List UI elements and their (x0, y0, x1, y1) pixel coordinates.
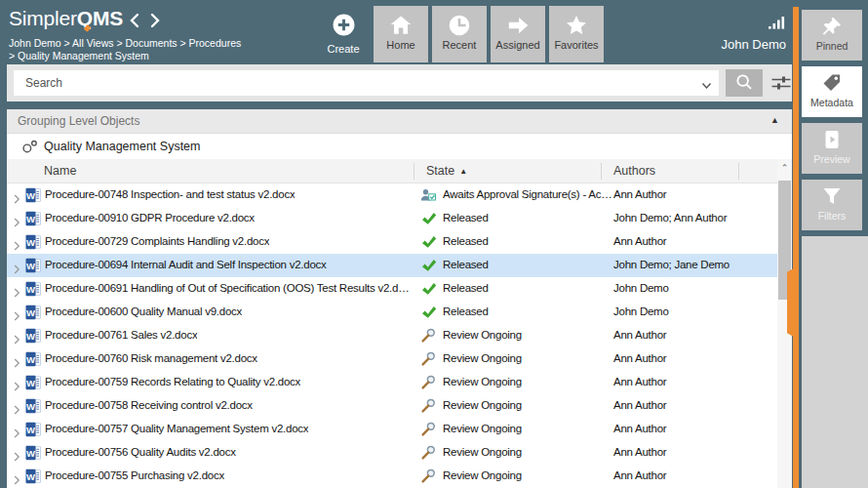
svg-text:W: W (26, 378, 35, 388)
table-row[interactable]: W Procedure-00691 Handling of Out of Spe… (7, 277, 777, 301)
word-document-icon: W (25, 375, 41, 394)
search-button[interactable] (726, 69, 763, 97)
splitter-drag-handle[interactable] (787, 265, 799, 340)
plus-circle-icon (314, 13, 373, 41)
document-authors: John Demo (613, 282, 669, 294)
breadcrumb[interactable]: John Demo > All Views > Documents > Proc… (9, 37, 241, 62)
expand-chevron-icon[interactable] (14, 378, 20, 395)
document-name[interactable]: Procedure-00761 Sales v2.docx (45, 329, 197, 341)
document-name[interactable]: Procedure-00694 Internal Audit and Self … (45, 259, 327, 270)
favorites-button[interactable]: Favorites (549, 6, 604, 62)
table-row[interactable]: W Procedure-00760 Risk management v2.doc… (7, 347, 777, 371)
table-row[interactable]: W Procedure-00761 Sales v2.docx Review O… (7, 324, 777, 347)
sidebar-tab-preview[interactable]: Preview (802, 123, 862, 174)
released-check-icon (420, 305, 437, 324)
table-row[interactable]: W Procedure-00755 Purchasing v2.docx Rev… (7, 465, 777, 488)
document-name[interactable]: Procedure-00729 Complaints Handling v2.d… (45, 235, 269, 247)
recent-button[interactable]: Recent (432, 6, 487, 62)
group-object-title: Quality Management System (44, 140, 201, 153)
table-row[interactable]: W Procedure-00694 Internal Audit and Sel… (7, 254, 777, 277)
expand-chevron-icon[interactable] (14, 261, 20, 278)
svg-text:W: W (26, 331, 35, 342)
document-authors: Ann Author (613, 423, 666, 434)
expand-chevron-icon[interactable] (14, 214, 20, 231)
breadcrumb-line1[interactable]: John Demo > All Views > Documents > Proc… (9, 37, 241, 50)
object-link-icon (21, 140, 38, 158)
review-ongoing-icon (420, 351, 436, 371)
breadcrumb-line2[interactable]: > Quality Management System (9, 50, 241, 62)
expand-chevron-icon[interactable] (14, 190, 20, 208)
expand-chevron-icon[interactable] (14, 307, 20, 325)
favorites-label: Favorites (549, 39, 604, 51)
create-button[interactable]: Create (314, 6, 373, 62)
expand-chevron-icon[interactable] (14, 401, 20, 419)
document-name[interactable]: Procedure-00600 Quality Manual v9.docx (45, 305, 242, 317)
home-button[interactable]: Home (374, 6, 428, 62)
document-name[interactable]: Procedure-00757 Quality Management Syste… (45, 423, 308, 434)
search-chevron-down-icon[interactable] (701, 76, 712, 94)
table-row[interactable]: W Procedure-00600 Quality Manual v9.docx… (7, 301, 777, 324)
column-header-authors[interactable]: Authors (613, 164, 655, 178)
search-input[interactable] (14, 70, 719, 96)
column-header-name[interactable]: Name (44, 164, 76, 178)
svg-text:W: W (26, 190, 35, 201)
expand-chevron-icon[interactable] (14, 284, 20, 302)
grouping-header[interactable]: Grouping Level Objects ▲ (7, 109, 792, 134)
expand-chevron-icon[interactable] (14, 331, 20, 348)
document-preview-icon (802, 128, 862, 152)
svg-text:W: W (26, 425, 35, 435)
expand-chevron-icon[interactable] (14, 425, 20, 442)
document-state: Review Ongoing (443, 446, 522, 458)
logo-text-simpler: Simpler (9, 7, 77, 29)
word-document-icon: W (25, 328, 41, 347)
column-separator[interactable] (414, 163, 414, 180)
document-name[interactable]: Procedure-00748 Inspection- and test sta… (45, 188, 295, 200)
sidebar-tab-pinned[interactable]: Pinned (802, 10, 862, 61)
expand-chevron-icon[interactable] (14, 237, 20, 255)
word-document-icon: W (25, 398, 41, 418)
released-check-icon (420, 281, 437, 301)
table-row[interactable]: W Procedure-00757 Quality Management Sys… (7, 418, 777, 441)
column-separator[interactable] (738, 163, 739, 180)
table-row[interactable]: W Procedure-00759 Records Relating to Qu… (7, 371, 777, 394)
document-state: Review Ongoing (443, 352, 522, 364)
document-name[interactable]: Procedure-00691 Handling of Out of Speci… (45, 282, 414, 294)
column-header-state[interactable]: State▲ (426, 164, 467, 178)
column-separator[interactable] (601, 163, 602, 180)
star-icon (549, 13, 604, 38)
document-name[interactable]: Procedure-00759 Records Relating to Qual… (45, 376, 300, 387)
document-name[interactable]: Procedure-00756 Quality Audits v2.docx (45, 446, 236, 458)
document-authors: Ann Author (613, 188, 666, 200)
assigned-button[interactable]: Assigned (491, 6, 545, 62)
sort-ascending-icon: ▲ (459, 167, 467, 176)
back-arrow-icon[interactable] (128, 13, 141, 28)
forward-arrow-icon[interactable] (148, 13, 162, 28)
document-name[interactable]: Procedure-00755 Purchasing v2.docx (45, 469, 224, 481)
svg-text:W: W (26, 237, 35, 248)
document-name[interactable]: Procedure-00910 GDPR Procedure v2.docx (45, 212, 255, 224)
document-authors: John Demo (613, 305, 669, 317)
expand-chevron-icon[interactable] (14, 448, 20, 466)
app-window: SimplerQMS John Demo > All Views > Docum… (0, 0, 868, 488)
review-ongoing-icon (420, 422, 436, 441)
sidebar-tab-filters[interactable]: Filters (802, 180, 862, 230)
scroll-up-icon[interactable]: ⌃ (777, 159, 792, 177)
group-object-row[interactable]: Quality Management System (7, 134, 792, 159)
sidebar-tab-metadata[interactable]: Metadata (802, 66, 862, 117)
table-row[interactable]: W Procedure-00748 Inspection- and test s… (7, 183, 777, 207)
document-name[interactable]: Procedure-00758 Receiving control v2.doc… (45, 399, 253, 411)
expand-chevron-icon[interactable] (14, 354, 20, 372)
table-row[interactable]: W Procedure-00729 Complaints Handling v2… (7, 230, 777, 254)
expand-chevron-icon[interactable] (14, 471, 20, 488)
document-name[interactable]: Procedure-00760 Risk management v2.docx (45, 352, 257, 364)
table-row[interactable]: W Procedure-00756 Quality Audits v2.docx… (7, 441, 777, 465)
advanced-search-sliders-icon[interactable] (769, 71, 793, 95)
word-document-icon: W (25, 422, 41, 441)
table-row[interactable]: W Procedure-00910 GDPR Procedure v2.docx… (7, 207, 777, 230)
collapse-triangle-icon[interactable]: ▲ (770, 115, 779, 125)
table-row[interactable]: W Procedure-00758 Receiving control v2.d… (7, 394, 777, 418)
document-state: Released (443, 282, 489, 294)
svg-text:W: W (26, 261, 35, 271)
document-state: Review Ongoing (443, 423, 522, 434)
user-name[interactable]: John Demo (683, 37, 786, 52)
